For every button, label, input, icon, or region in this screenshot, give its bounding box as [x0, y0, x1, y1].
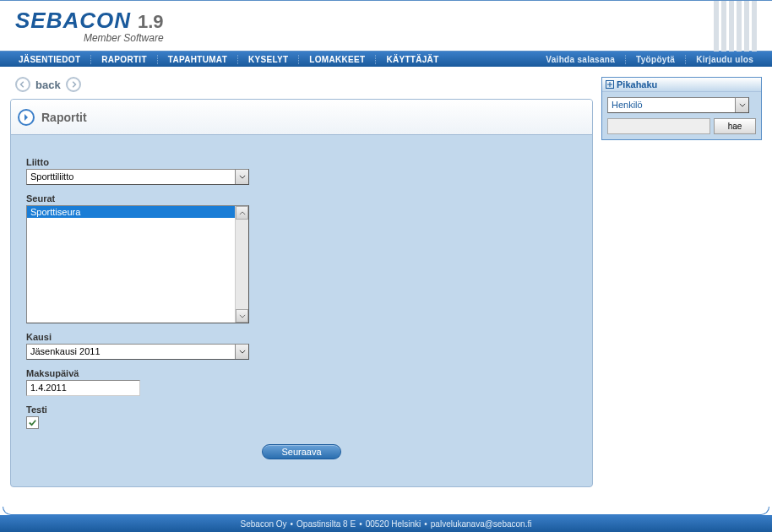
back-label: back — [35, 79, 61, 91]
nav-jasentiedot[interactable]: JÄSENTIEDOT — [8, 55, 90, 64]
logo-name: SEBACON — [15, 8, 131, 34]
seurat-listbox[interactable]: Sporttiseura — [26, 205, 249, 323]
breadcrumb: back — [10, 77, 593, 92]
nav-kyselyt[interactable]: KYSELYT — [237, 55, 298, 64]
footer: Sebacon Oy • Opastinsilta 8 E • 00520 He… — [0, 515, 772, 532]
panel-title: Raportit — [41, 111, 87, 124]
list-item[interactable]: Sporttiseura — [27, 206, 248, 218]
kausi-label: Kausi — [26, 332, 577, 342]
arrow-right-circle-icon — [22, 113, 30, 122]
chevron-down-icon — [235, 345, 248, 359]
liitto-label: Liitto — [26, 157, 577, 167]
main-panel: Raportit Liitto Sporttiliitto Seurat — [10, 99, 593, 487]
nav-change-password[interactable]: Vaihda salasana — [536, 55, 625, 64]
collapse-icon[interactable] — [606, 80, 614, 89]
chevron-down-icon — [735, 98, 748, 112]
logo-version: 1.9 — [138, 11, 164, 33]
quicksearch-header: Pikahaku — [602, 78, 761, 92]
quicksearch-select[interactable]: Henkilö — [607, 97, 749, 113]
scrollbar[interactable] — [235, 206, 248, 323]
quicksearch-box: Pikahaku Henkilö hae — [601, 77, 762, 140]
navbar: JÄSENTIEDOT RAPORTIT TAPAHTUMAT KYSELYT … — [0, 52, 772, 67]
testi-checkbox[interactable] — [26, 416, 39, 429]
quicksearch-input[interactable] — [607, 118, 710, 134]
chevron-down-icon — [235, 170, 248, 184]
check-icon — [28, 418, 37, 427]
seurat-label: Seurat — [26, 193, 577, 204]
next-button[interactable]: Seuraava — [262, 444, 341, 459]
panel-icon — [18, 109, 35, 126]
footer-address: Opastinsilta 8 E — [296, 519, 356, 529]
nav-lomakkeet[interactable]: LOMAKKEET — [298, 55, 375, 64]
nav-tapahtumat[interactable]: TAPAHTUMAT — [157, 55, 237, 64]
header-decoration — [714, 1, 757, 52]
footer-email[interactable]: palvelukanava@sebacon.fi — [431, 519, 532, 529]
kausi-select[interactable]: Jäsenkausi 2011 — [26, 344, 249, 360]
frame-border — [3, 507, 769, 515]
logo: SEBACON 1.9 Member Software — [15, 8, 164, 44]
nav-desktop[interactable]: Työpöytä — [625, 55, 685, 64]
arrow-left-icon — [19, 81, 26, 88]
scroll-down-icon[interactable] — [236, 309, 248, 323]
testi-label: Testi — [26, 404, 577, 415]
search-button[interactable]: hae — [714, 118, 756, 134]
logo-subtitle: Member Software — [15, 32, 164, 44]
maksupaiva-label: Maksupäivä — [26, 368, 577, 378]
maksupaiva-input[interactable]: 1.4.2011 — [26, 380, 140, 396]
footer-city: 00520 Helsinki — [366, 519, 421, 529]
back-button[interactable] — [15, 77, 30, 92]
header: SEBACON 1.9 Member Software — [0, 1, 772, 52]
nav-logout[interactable]: Kirjaudu ulos — [685, 55, 764, 64]
forward-button[interactable] — [66, 77, 81, 92]
footer-company: Sebacon Oy — [241, 519, 287, 529]
nav-kayttajat[interactable]: KÄYTTÄJÄT — [375, 55, 449, 64]
quicksearch-title: Pikahaku — [617, 79, 657, 90]
arrow-right-icon — [70, 81, 77, 88]
panel-header: Raportit — [11, 100, 592, 135]
scroll-up-icon[interactable] — [236, 206, 248, 220]
liitto-select[interactable]: Sporttiliitto — [26, 169, 249, 185]
nav-raportit[interactable]: RAPORTIT — [90, 55, 157, 64]
